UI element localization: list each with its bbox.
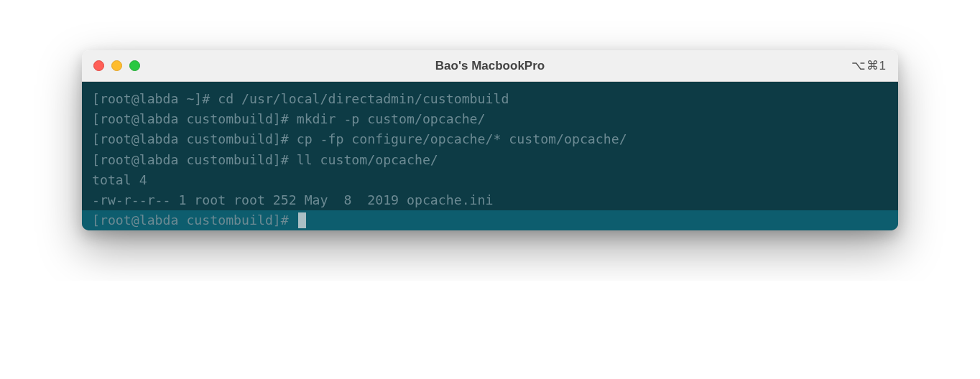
terminal-output: -rw-r--r-- 1 root root 252 May 8 2019 op… [82,190,898,210]
terminal-line: [root@labda custombuild]# mkdir -p custo… [82,109,898,129]
terminal-body[interactable]: [root@labda ~]# cd /usr/local/directadmi… [82,82,898,230]
prompt: [root@labda custombuild]# [92,210,297,230]
terminal-output: total 4 [82,170,898,190]
traffic-lights [93,60,140,71]
titlebar: Bao's MacbookPro ⌥⌘1 [82,50,898,82]
cursor [298,212,306,228]
command-text: cd /usr/local/directadmin/custombuild [210,91,509,106]
close-button[interactable] [93,60,104,71]
command-text: mkdir -p custom/opcache/ [289,111,486,126]
window-title: Bao's MacbookPro [435,59,545,73]
prompt: [root@labda custombuild]# [92,152,289,167]
terminal-line: [root@labda ~]# cd /usr/local/directadmi… [82,89,898,109]
terminal-current-line[interactable]: [root@labda custombuild]# [82,210,898,230]
prompt: [root@labda ~]# [92,91,210,106]
command-text: ll custom/opcache/ [289,152,438,167]
terminal-window: Bao's MacbookPro ⌥⌘1 [root@labda ~]# cd … [82,50,898,230]
terminal-line: [root@labda custombuild]# cp -fp configu… [82,129,898,149]
minimize-button[interactable] [111,60,122,71]
prompt: [root@labda custombuild]# [92,131,289,146]
maximize-button[interactable] [129,60,140,71]
tab-shortcut: ⌥⌘1 [851,58,887,73]
command-text: cp -fp configure/opcache/* custom/opcach… [289,131,627,146]
terminal-line: [root@labda custombuild]# ll custom/opca… [82,150,898,170]
prompt: [root@labda custombuild]# [92,111,289,126]
